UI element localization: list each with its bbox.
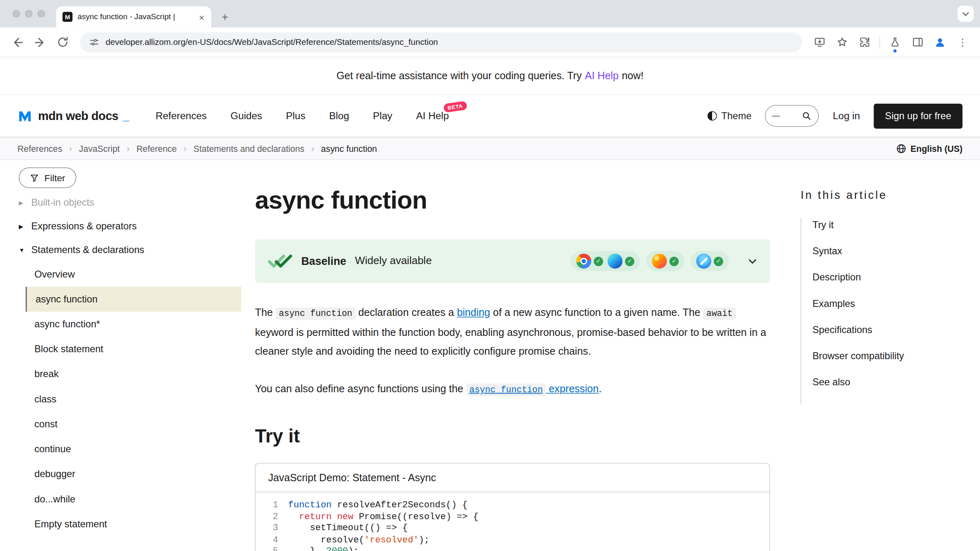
sidebar-item-label: Built-in objects [31, 197, 94, 208]
filter-button[interactable]: Filter [19, 167, 76, 188]
nav-references[interactable]: References [156, 110, 207, 122]
toc-link-syntax[interactable]: Syntax [813, 246, 842, 256]
code-editor[interactable]: 1 function resolveAfter2Seconds() { 2 re… [256, 492, 769, 551]
sidebar-item-built-in-objects[interactable]: ▶ Built-in objects [18, 191, 244, 214]
code-token: 'resolved' [364, 534, 419, 545]
signup-button[interactable]: Sign up for free [874, 103, 962, 128]
code-token: }, [288, 545, 326, 551]
sidebar-section-expressions-operators[interactable]: ▶ Expressions & operators [18, 214, 244, 238]
code-line: 2 return new Promise((resolve) => { [264, 511, 769, 522]
sidebar-item-const[interactable]: const [26, 412, 244, 437]
nav-blog[interactable]: Blog [329, 110, 349, 122]
main-nav: References Guides Plus Blog Play AI Help… [156, 110, 449, 122]
ai-help-link[interactable]: AI Help [585, 70, 619, 82]
tab-close-icon[interactable]: × [197, 11, 207, 22]
code-token: resolve( [288, 534, 364, 545]
breadcrumb: References › JavaScript › Reference › St… [18, 143, 377, 153]
text: keyword is permitted within the function… [255, 327, 766, 357]
check-icon: ✓ [669, 256, 679, 266]
forward-button[interactable] [29, 31, 51, 53]
toc-link-browser-compatibility[interactable]: Browser compatibility [813, 351, 904, 361]
filter-funnel-icon [30, 173, 38, 182]
expression-link-text: expression [549, 383, 599, 394]
forward-arrow-icon [33, 35, 47, 49]
nav-plus[interactable]: Plus [286, 110, 305, 122]
new-tab-button[interactable]: + [216, 8, 234, 26]
sidebar-item-break[interactable]: break [26, 362, 244, 387]
sidebar-item-block-statement[interactable]: Block statement [26, 337, 244, 362]
breadcrumb-reference[interactable]: Reference [136, 143, 177, 153]
sidebar-sub-list: Overview async function async function* … [18, 262, 244, 536]
mdn-logo[interactable]: mdn web docs_ [18, 108, 129, 124]
page-content: Filter ▶ Built-in objects ▶ Expressions … [0, 160, 980, 551]
mdn-logo-mark-icon [18, 108, 34, 124]
inline-code-await: await [703, 307, 736, 320]
nav-guides[interactable]: Guides [230, 110, 262, 122]
baseline-expand-chevron-icon[interactable] [748, 256, 757, 266]
nav-play[interactable]: Play [373, 110, 392, 122]
sidebar-item-continue[interactable]: continue [26, 437, 244, 462]
profile-button[interactable] [929, 31, 951, 53]
async-function-expression-link[interactable]: async function expression [466, 383, 599, 394]
install-button[interactable] [808, 31, 831, 53]
breadcrumb-statements[interactable]: Statements and declarations [194, 143, 305, 153]
toc-link-description[interactable]: Description [813, 272, 861, 282]
breadcrumb-bar: References › JavaScript › Reference › St… [0, 138, 980, 160]
theme-button[interactable]: Theme [708, 110, 752, 122]
toc-heading: In this article [801, 189, 958, 202]
firefox-icon [652, 253, 667, 269]
browser-tab[interactable]: M async function - JavaScript | × [56, 6, 212, 27]
sidebar-item-class[interactable]: class [26, 387, 244, 411]
code-token [288, 511, 299, 522]
browser-menu-icon[interactable]: ⋮ [951, 31, 974, 53]
window-close-button[interactable] [13, 10, 20, 17]
window-minimize-button[interactable] [25, 10, 32, 17]
toc-link-try-it[interactable]: Try it [813, 219, 834, 230]
sidebar-item-async-function-star[interactable]: async function* [26, 312, 244, 337]
nav-ai-help[interactable]: AI HelpBETA [416, 110, 449, 122]
tab-search-button[interactable] [958, 6, 974, 22]
breadcrumb-separator-icon: › [311, 143, 314, 153]
toc-link-specifications[interactable]: Specifications [813, 324, 872, 335]
baseline-label: Baseline [301, 255, 346, 268]
breadcrumb-references[interactable]: References [18, 143, 62, 153]
globe-icon [896, 143, 906, 153]
breadcrumb-separator-icon: › [127, 143, 129, 153]
experiments-button[interactable] [884, 31, 906, 53]
sidebar-section-statements-declarations[interactable]: ▼ Statements & declarations [18, 238, 244, 262]
window-zoom-button[interactable] [38, 10, 45, 17]
address-bar[interactable]: developer.allizom.org/en-US/docs/Web/Jav… [80, 32, 802, 52]
code-token: setTimeout(() => { [288, 522, 408, 534]
binding-link[interactable]: binding [457, 307, 490, 318]
bookmark-button[interactable] [831, 31, 853, 53]
inline-code-async-function: async function [276, 307, 355, 320]
sidebar-item-do-while[interactable]: do...while [26, 487, 244, 511]
code-line: 4 resolve('resolved'); [264, 534, 769, 545]
reload-button[interactable] [51, 31, 74, 53]
code-token: resolveAfter2Seconds() { [332, 499, 468, 511]
sidebar-item-async-function-active[interactable]: async function [26, 287, 241, 312]
support-pill-chrome-edge: ✓ ✓ [570, 251, 640, 271]
toc-link-see-also[interactable]: See also [813, 377, 850, 387]
sidebar-item-overview[interactable]: Overview [26, 262, 244, 287]
toc-list: Try it Syntax Description Examples Speci… [801, 218, 958, 404]
expression-paragraph: You can also define async functions usin… [255, 379, 770, 399]
language-switcher[interactable]: English (US) [896, 143, 963, 153]
breadcrumb-javascript[interactable]: JavaScript [79, 143, 120, 153]
side-panel-button[interactable] [906, 31, 929, 53]
sidebar-item-empty-statement[interactable]: Empty statement [26, 512, 244, 537]
site-controls-icon[interactable] [89, 37, 99, 47]
toc-link-examples[interactable]: Examples [813, 298, 855, 309]
intro-paragraph: The async function declaration creates a… [255, 303, 770, 360]
article: async function Baseline Widely available… [244, 160, 770, 551]
bookmark-star-icon [835, 36, 849, 49]
url-text: developer.allizom.org/en-US/docs/Web/Jav… [106, 38, 438, 47]
back-button[interactable] [6, 31, 29, 53]
search-input[interactable] [765, 105, 819, 127]
extensions-button[interactable] [853, 31, 875, 53]
sidebar-item-debugger[interactable]: debugger [26, 462, 244, 487]
code-line: 5 }, 2000); [264, 545, 769, 551]
promo-banner: Get real-time assistance with your codin… [0, 58, 980, 95]
login-link[interactable]: Log in [833, 110, 860, 122]
search-icon[interactable] [802, 111, 812, 121]
